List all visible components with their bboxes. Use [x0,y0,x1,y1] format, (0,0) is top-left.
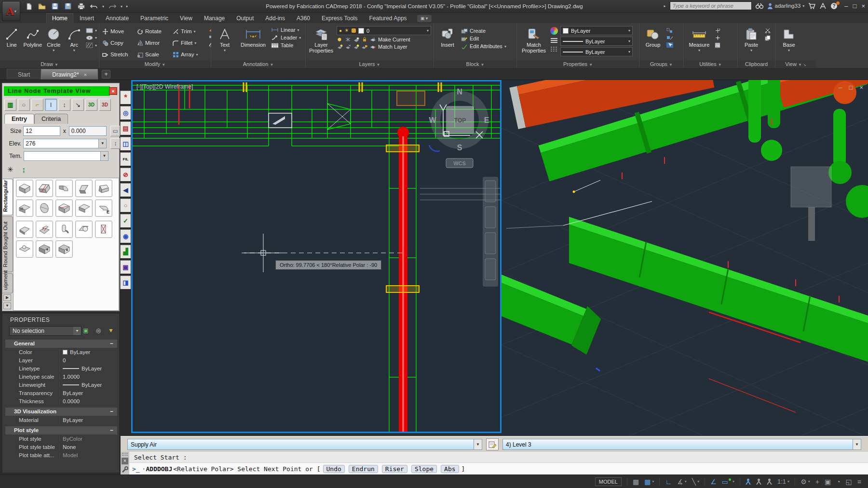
prop-row-linetype[interactable]: LinetypeByLayer [5,364,117,372]
elev-picker-button[interactable]: ↕ [110,138,120,149]
recent-commands-icon[interactable]: ▾ [143,467,145,471]
fitting-riser-button[interactable] [55,221,73,238]
elev-combo[interactable]: 276▼ [23,139,107,148]
takeoff-icon[interactable]: ▥ [4,99,16,111]
group-edit-button[interactable] [666,35,673,40]
layer-lock-icon[interactable] [361,37,367,42]
units-button[interactable]: ◔ [836,478,840,486]
polar-tracking-toggle[interactable]: ∡▾ [677,478,687,486]
prop-row-color[interactable]: ColorByLayer [5,348,117,356]
viewport-controls-label[interactable]: [-][Top][2D Wireframe] [136,83,193,90]
scroll-down-icon[interactable]: ▼ [3,303,11,309]
layer-unlock2-icon[interactable] [361,44,367,49]
tab-annotate[interactable]: Annotate [100,13,134,23]
close-button[interactable]: × [861,2,865,10]
tab-home[interactable]: Home [46,13,73,23]
quick-select-icon[interactable]: ▼ [107,326,115,335]
a360-icon[interactable] [819,3,827,9]
panel-label-properties[interactable]: Properties ▼ [517,60,639,68]
cad-star-icon[interactable]: * [120,91,131,105]
selection-combo[interactable]: No selection▾ [9,326,81,336]
rectangle-tool-button[interactable]: ▾ [86,28,97,33]
layer-freeze-icon[interactable] [345,37,351,42]
fitting-straight-button[interactable] [16,180,33,197]
no-service-icon[interactable]: ⊘ [120,168,131,182]
layer-off-icon[interactable] [337,37,343,42]
measure-button[interactable]: Measure▾ [687,25,712,60]
table-button[interactable]: Table [271,42,301,48]
scroll-right-icon[interactable]: ▶ [3,294,11,301]
level-combo[interactable]: 4) Level 3▼ [502,439,861,450]
edit-attributes-button[interactable]: Edit Attributes ▾ [461,43,506,49]
search-input[interactable] [670,1,752,10]
option-riser[interactable]: Riser [382,465,407,473]
redo-icon[interactable] [108,1,117,11]
media-browser-icon[interactable]: ▣ ▾ [417,15,432,22]
auto-elev-icon[interactable]: ↨ [22,165,26,174]
match-properties-button[interactable]: Match Properties [520,25,548,56]
prop-row-plot-table[interactable]: Plot style tableNone [5,443,117,451]
layer-iso-icon[interactable] [353,37,359,42]
linear-button[interactable]: Linear ▾ [271,27,301,33]
infocenter-collapse-icon[interactable]: ▸ [664,4,666,8]
fitting-tap-button[interactable] [75,221,93,238]
option-undo[interactable]: Undo [323,465,345,473]
panel-label-block[interactable]: Block ▼ [434,60,516,68]
file-tab-start[interactable]: Start [7,69,41,79]
fillet-button[interactable]: Fillet ▾ [173,37,206,49]
fitting-endcap-button[interactable]: E [95,199,112,217]
group-select-button[interactable] [666,42,673,48]
array-button[interactable]: Array ▾ [173,49,206,60]
fitting-vav-button[interactable] [16,240,33,258]
new-file-icon[interactable] [24,1,34,11]
linetype-combo[interactable]: ByLayer▾ [560,47,633,56]
tab-addins[interactable]: Add-ins [260,13,290,23]
id-point-button[interactable] [715,28,721,33]
prop-row-lineweight[interactable]: LineweightByLayer [5,381,117,389]
panel-label-draw[interactable]: Draw ▼ [0,60,99,68]
fitting-shoe-button[interactable] [16,221,33,238]
layer-thaw2-icon[interactable] [345,44,351,49]
minimize-button[interactable]: – [844,2,848,10]
fitting-end-button[interactable] [16,199,33,217]
tab-insert[interactable]: Insert [74,13,99,23]
save-icon[interactable] [50,1,60,11]
snap-star-icon[interactable]: ✳ [7,165,14,174]
layer-onoff-icon[interactable] [337,44,343,49]
ungroup-button[interactable] [666,28,673,33]
qat-dropdown-icon[interactable]: ▾ [126,4,128,9]
fitting-drop-button[interactable] [36,199,53,217]
isodraft-toggle[interactable]: ╲▾ [692,478,699,486]
polyline-button[interactable]: Polyline [23,25,42,60]
new-drawing-tab-button[interactable]: + [102,70,110,79]
palette-close-button[interactable]: × [109,87,117,95]
annotation-scale-value[interactable]: 1:1▾ [777,478,789,485]
trim-button[interactable]: Trim ▾ [173,26,206,37]
user-dropdown-icon[interactable]: ▾ [802,4,804,8]
report-icon[interactable]: ▟ [120,245,131,259]
palette-title[interactable]: Line Node Template View [4,86,110,96]
side-tab-equipment[interactable]: uipment [2,273,13,293]
size-input[interactable]: 12 [23,126,60,136]
fitting-duct2-button[interactable] [75,199,93,217]
viewcube[interactable]: TOP N S W E WCS [429,88,489,168]
circle-tool-icon[interactable]: ○ [120,198,131,212]
play-icon[interactable]: ◀ [120,183,131,197]
round-mode-icon[interactable]: ○ [18,99,30,111]
open-file-icon[interactable] [37,1,47,11]
prop-row-ltscale[interactable]: Linetype scale1.0000 [5,372,117,381]
spacing-icon[interactable]: ↕ [58,99,70,111]
option-slope[interactable]: Slope [411,465,437,473]
paste-button[interactable]: Paste▾ [741,25,762,60]
prop-row-material[interactable]: MaterialByLayer [5,416,117,424]
binoculars-icon[interactable] [756,3,763,9]
scale-button[interactable]: Scale [137,49,173,60]
customization-button[interactable]: + [815,478,819,486]
base-button[interactable]: Base▾ [778,25,800,60]
section-plot-style[interactable]: Plot style− [5,426,117,435]
catalog-book-icon[interactable]: ◫ [120,137,131,151]
fitting-diffuser-button[interactable] [36,221,53,238]
section-3d-visualization[interactable]: 3D Visualization− [5,408,117,416]
mirror-button[interactable]: Mirror [137,37,173,49]
find-item-icon[interactable]: ◎ [120,106,131,120]
